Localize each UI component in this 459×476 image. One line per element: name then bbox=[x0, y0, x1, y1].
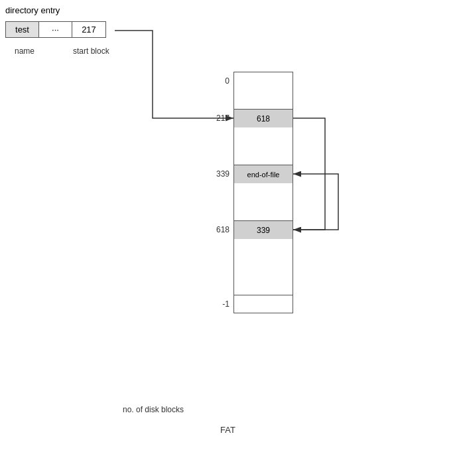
fat-label-minus1: -1 bbox=[206, 299, 233, 309]
fat-cell-empty-3 bbox=[233, 146, 293, 165]
fat-row-empty-1 bbox=[206, 90, 293, 109]
fat-cell-618: 339 bbox=[233, 220, 293, 239]
fat-cell-339: end-of-file bbox=[233, 165, 293, 183]
fat-cell-empty-1 bbox=[233, 90, 293, 109]
fat-row-empty-4 bbox=[206, 183, 293, 202]
arrow-fat217-to-fat618 bbox=[293, 118, 325, 230]
fat-row-empty-3 bbox=[206, 146, 293, 165]
fat-row-minus1: -1 bbox=[206, 295, 293, 313]
fat-cell-217: 618 bbox=[233, 109, 293, 127]
diagram-container: directory entry test ··· 217 name start … bbox=[0, 0, 459, 476]
fat-row-empty-8 bbox=[206, 276, 293, 295]
fat-cell-empty-5 bbox=[233, 202, 293, 220]
fat-cell-empty-6 bbox=[233, 239, 293, 258]
fat-row-empty-5 bbox=[206, 202, 293, 220]
fat-cell-minus1 bbox=[233, 295, 293, 313]
fat-cell-empty-8 bbox=[233, 276, 293, 295]
no-disk-blocks-label: no. of disk blocks bbox=[123, 405, 184, 414]
dir-startblock-label: start block bbox=[73, 46, 109, 56]
dir-cell-dots: ··· bbox=[39, 22, 72, 37]
arrow-fat618-to-fat339 bbox=[293, 174, 338, 230]
dir-cell-startblock: 217 bbox=[72, 22, 105, 37]
fat-row-empty-7 bbox=[206, 258, 293, 276]
dir-cell-name: test bbox=[6, 22, 39, 37]
fat-row-empty-2 bbox=[206, 127, 293, 146]
directory-entry-box: test ··· 217 bbox=[5, 21, 106, 38]
fat-title-label: FAT bbox=[220, 425, 235, 435]
fat-label-217: 217 bbox=[206, 114, 233, 123]
fat-row-618: 618 339 bbox=[206, 220, 293, 239]
fat-row-217: 217 618 bbox=[206, 109, 293, 127]
dir-name-label: name bbox=[15, 46, 34, 56]
fat-cell-0 bbox=[233, 72, 293, 90]
fat-row-empty-6 bbox=[206, 239, 293, 258]
directory-entry-label: directory entry bbox=[5, 5, 60, 15]
fat-cell-empty-4 bbox=[233, 183, 293, 202]
fat-label-0: 0 bbox=[206, 76, 233, 86]
fat-cell-empty-7 bbox=[233, 258, 293, 276]
fat-label-339: 339 bbox=[206, 169, 233, 179]
fat-label-618: 618 bbox=[206, 225, 233, 234]
fat-cell-empty-2 bbox=[233, 127, 293, 146]
fat-row-339: 339 end-of-file bbox=[206, 165, 293, 183]
fat-row-0: 0 bbox=[206, 72, 293, 90]
